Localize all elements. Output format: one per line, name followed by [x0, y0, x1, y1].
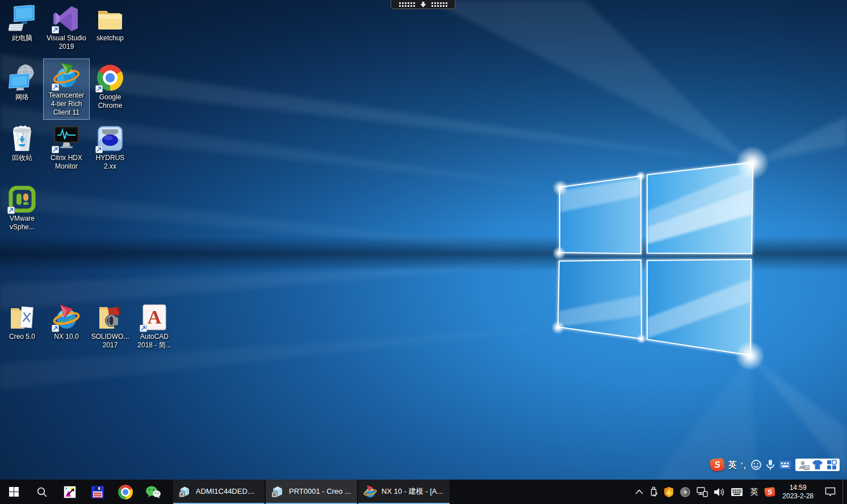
shortcut-arrow-icon	[140, 325, 147, 332]
visual-studio-icon	[53, 5, 80, 32]
tray-language-indicator[interactable]: 英	[746, 480, 762, 504]
desktop-icon-network[interactable]: 网络	[0, 62, 44, 102]
desktop-icon-hydrus[interactable]: HYDRUS 2.xx	[88, 123, 132, 171]
sogou-input-bar: S 英 ’, 20	[710, 457, 840, 472]
sogou-tools-panel: 20	[795, 459, 840, 471]
taskbar-window-creo-prt0001[interactable]: PRT0001 - Creo ...	[266, 480, 357, 504]
desktop-icon-label: 回收站	[12, 154, 32, 162]
desktop-icon-label: Teamcenter 4-tier Rich Client 11	[46, 91, 87, 117]
shortcut-arrow-icon	[52, 146, 59, 153]
desktop-icon-this-pc[interactable]: 此电脑	[0, 3, 44, 43]
clock-date: 2023-2-28	[782, 492, 814, 501]
huorong-security-icon[interactable]	[661, 480, 677, 504]
svg-text:A: A	[148, 306, 162, 327]
vmware-vsphere-icon	[9, 186, 36, 213]
shortcut-arrow-icon	[95, 85, 103, 93]
window-title: ADMI1C44DEDCY...	[196, 487, 259, 495]
shortcut-arrow-icon	[7, 207, 15, 214]
taskbar-window-nx[interactable]: NX 10 - 建模 - [A...	[358, 480, 450, 504]
creo-folder-icon	[9, 304, 36, 331]
citrix-session-toolbar-handle[interactable]	[391, 0, 455, 9]
pull-down-arrow-icon	[420, 2, 426, 7]
sogou-keyboard-icon[interactable]	[779, 460, 791, 469]
desktop-icon-citrix-hdx-monitor[interactable]: Citrix HDX Monitor	[44, 123, 89, 171]
desktop-icon-google-chrome[interactable]: Google Chrome	[88, 62, 132, 110]
desktop-icon-label: NX 10.0	[54, 333, 78, 341]
image-viewer-taskbar-icon[interactable]	[56, 480, 83, 504]
teamcenter-globe-icon	[53, 62, 80, 90]
nx-globe-icon	[363, 485, 377, 498]
system-tray: 英 S 14:59 2023-2-28	[632, 480, 847, 504]
sogou-language-mode[interactable]: 英	[728, 460, 737, 471]
desktop-icon-label: 此电脑	[12, 34, 32, 43]
desktop-icon-label: AutoCAD 2018 - 简...	[134, 333, 175, 350]
desktop-icon-label: 网络	[15, 93, 29, 102]
volume-icon[interactable]	[711, 480, 728, 504]
folder-icon	[97, 5, 124, 32]
grip-dots-icon	[399, 2, 415, 7]
citrix-hdx-monitor-icon	[53, 125, 80, 152]
desktop-icon-autocad[interactable]: A AutoCAD 2018 - 简...	[132, 302, 177, 350]
shortcut-arrow-icon	[52, 83, 59, 91]
desktop-icon-label: Google Chrome	[90, 93, 131, 110]
taskbar-clock[interactable]: 14:59 2023-2-28	[778, 480, 818, 504]
floppy-disk-taskbar-icon[interactable]	[83, 480, 111, 504]
nx-globe-icon	[53, 304, 80, 331]
desktop-icon-sketchup[interactable]: sketchup	[88, 3, 132, 43]
taskbar: ADMI1C44DEDCY... PRT0001 - Creo ...	[0, 480, 847, 504]
sogou-emoji-icon[interactable]	[750, 459, 762, 471]
solidworks-folder-icon	[97, 304, 124, 331]
desktop-icon-label: Visual Studio 2019	[46, 34, 87, 51]
doutu-badge: 20	[804, 465, 810, 470]
action-center-button[interactable]	[818, 480, 842, 504]
window-title: NX 10 - 建模 - [A...	[381, 486, 443, 497]
taskbar-window-creo-admi[interactable]: ADMI1C44DEDCY...	[173, 480, 265, 504]
desktop-icon-vmware-vsphere[interactable]: VMware vSphe...	[0, 184, 44, 232]
taskbar-window-buttons: ADMI1C44DEDCY... PRT0001 - Creo ...	[173, 480, 450, 504]
tray-expand-chevron[interactable]	[632, 480, 646, 504]
sogou-tray-icon[interactable]: S	[762, 480, 778, 504]
this-pc-icon	[9, 5, 36, 32]
search-button[interactable]	[28, 480, 56, 504]
sogou-toolbox-icon[interactable]	[827, 460, 837, 470]
desktop-icon-creo[interactable]: Creo 5.0	[0, 302, 44, 341]
show-desktop-button[interactable]	[842, 480, 847, 504]
desktop-icon-label: sketchup	[97, 34, 124, 43]
sogou-mic-icon[interactable]	[766, 459, 775, 471]
desktop-icon-teamcenter[interactable]: Teamcenter 4-tier Rich Client 11	[44, 59, 89, 119]
shortcut-arrow-icon	[95, 146, 103, 153]
sogou-punctuation-icon[interactable]: ’,	[741, 460, 747, 470]
ime-keyboard-icon[interactable]	[728, 480, 746, 504]
network-icon	[9, 64, 36, 91]
window-title: PRT0001 - Creo ...	[289, 487, 351, 495]
chrome-taskbar-icon[interactable]	[111, 480, 139, 504]
desktop-icon-visual-studio[interactable]: Visual Studio 2019	[44, 3, 89, 51]
shortcut-arrow-icon	[52, 26, 59, 33]
sogou-doutu-icon[interactable]: 20	[798, 460, 808, 469]
desktop-icon-label: Citrix HDX Monitor	[46, 154, 87, 171]
clock-time: 14:59	[790, 484, 807, 492]
sogou-skin-icon[interactable]	[812, 460, 823, 470]
chrome-icon	[97, 64, 124, 91]
desktop-icon-label: VMware vSphe...	[2, 215, 43, 232]
shortcut-arrow-icon	[52, 325, 59, 332]
desktop-icon-recycle-bin[interactable]: 回收站	[0, 123, 44, 162]
usb-safely-remove-icon[interactable]	[646, 480, 661, 504]
desktop-icon-label: SOLIDWO... 2017	[90, 333, 131, 350]
network-ethernet-icon[interactable]	[694, 480, 711, 504]
utility-swirl-icon[interactable]	[677, 480, 694, 504]
grip-dots-icon	[431, 2, 447, 7]
hydrus-icon	[97, 125, 124, 152]
recycle-bin-full-icon	[9, 125, 36, 152]
desktop-icon-nx[interactable]: NX 10.0	[44, 302, 89, 341]
sogou-logo-icon[interactable]: S	[710, 458, 725, 472]
creo-part-icon	[178, 485, 191, 498]
wechat-taskbar-icon[interactable]	[139, 480, 167, 504]
autocad-icon: A	[141, 304, 168, 331]
desktop-icon-label: HYDRUS 2.xx	[90, 154, 131, 171]
desktop-icon-label: Creo 5.0	[9, 333, 35, 341]
desktop-icon-solidworks[interactable]: SOLIDWO... 2017	[88, 302, 132, 350]
desktop-screen: 此电脑 Visual Studio 2019 sketchup	[0, 0, 847, 504]
start-button[interactable]	[0, 480, 28, 504]
creo-part-icon	[271, 485, 284, 498]
